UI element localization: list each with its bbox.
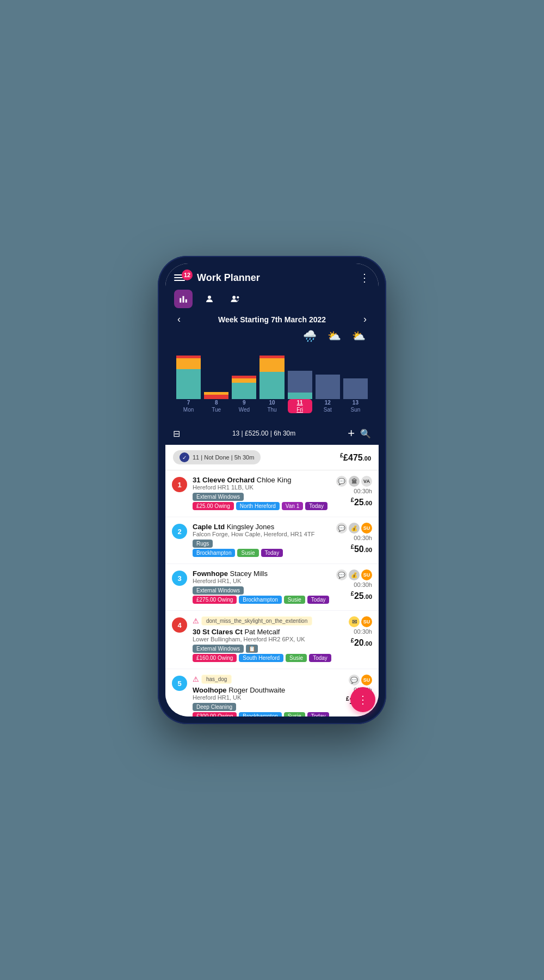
job-name: 30 St Clares Ct Pat Metcalf [193,628,343,636]
job-icons: 💬🏛VA [336,476,372,487]
job-item-4[interactable]: 4 ⚠ dont_miss_the_skylight_on_the_extent… [165,611,379,669]
header-left: 12 Work Planner [174,272,260,284]
job-tag[interactable]: Today [305,502,327,510]
job-number: 3 [172,571,187,586]
job-tag[interactable]: Rugs [193,540,213,548]
bar-group-12[interactable] [316,375,340,399]
job-tag[interactable]: £25.00 Owing [193,502,234,510]
toolbar-stats: 13 | £525.00 | 6h 30m [186,430,342,437]
job-tag[interactable]: Today [309,654,331,662]
svg-rect-2 [186,299,187,303]
bar-group-11[interactable] [288,371,312,399]
job-tag[interactable]: North Hereford [236,502,280,510]
job-tag[interactable]: £275.00 Owing [193,596,237,604]
job-item-2[interactable]: 2 Caple Ltd Kingsley Jones Falcon Forge,… [165,517,379,564]
job-tags: External Windows [193,493,331,501]
bar-group-13[interactable] [343,378,368,399]
more-menu-button[interactable]: ⋮ [359,271,370,284]
job-icons: 💬SU [349,675,372,685]
day-label-7[interactable]: 7Mon [176,399,201,413]
message-icon: 💬 [336,476,347,487]
job-tag[interactable]: Susie [237,549,258,557]
prev-week-button[interactable]: ‹ [174,314,184,325]
job-tag[interactable]: Van 1 [282,502,303,510]
day-label-11[interactable]: 11Fri [288,399,312,413]
job-tag[interactable]: Brockhampton [193,549,235,557]
phone-frame: 12 Work Planner ⋮ ‹ [158,256,386,724]
job-time: 00:30h [354,535,372,541]
job-tags-extra: £300.00 OwingBrockhamptonSusieToday [193,712,341,716]
bar-group-8[interactable] [204,392,228,399]
job-tag[interactable]: Brockhampton [239,712,281,716]
job-item-1[interactable]: 1 31 Cleeve Orchard Chloe King Hereford … [165,470,379,517]
day-label-9[interactable]: 9Wed [232,399,256,413]
job-tag[interactable]: Susie [284,712,305,716]
app-title: Work Planner [197,272,260,284]
summary-text: 11 | Not Done | 5h 30m [193,454,254,461]
job-tags: External Windows 📋 [193,645,343,653]
weather-fri: 🌧️ [303,329,317,342]
tab-person[interactable] [200,290,219,308]
add-job-button[interactable]: + [348,426,355,440]
job-tags: Deep Cleaning [193,703,341,711]
phone-screen: 12 Work Planner ⋮ ‹ [165,264,379,716]
weather-sun: ⛅ [352,329,366,342]
job-address: Hereford HR1, UK [193,578,331,584]
job-customer: Roger Douthwaite [228,686,285,694]
svg-rect-1 [183,296,184,303]
svg-rect-0 [180,298,181,303]
job-content: ⚠ has_dog Woolhope Roger Douthwaite Here… [193,675,341,716]
job-tag[interactable]: Today [307,712,330,716]
job-tags: Rugs [193,540,331,548]
bar-group-7[interactable] [176,356,201,399]
job-tag[interactable]: £300.00 Owing [193,712,237,716]
toolbar: ⊟ 13 | £525.00 | 6h 30m + 🔍 [165,422,379,445]
menu-button[interactable]: 12 [174,274,193,281]
job-tag[interactable]: External Windows [193,586,244,595]
job-tag[interactable]: Brockhampton [239,596,281,604]
bar-group-9[interactable] [232,376,256,399]
job-tag[interactable]: South Hereford [239,654,283,662]
next-week-button[interactable]: › [360,314,370,325]
day-label-13[interactable]: 13Sun [343,399,368,413]
job-tag[interactable]: Susie [286,654,307,662]
check-icon: ✓ [180,452,189,462]
note-icon: 📋 [246,645,258,653]
job-tag[interactable]: External Windows [193,645,244,653]
day-label-8[interactable]: 8Tue [204,399,228,413]
job-address: Hereford HR1, UK [193,694,341,701]
job-tag[interactable]: Today [261,549,283,557]
job-meta: 💬💰SU 00:30h £50.00 [336,523,372,558]
job-item-5[interactable]: 5 ⚠ has_dog Woolhope Roger Douthwaite He… [165,669,379,716]
job-number: 1 [172,477,187,492]
job-tags-extra: £25.00 OwingNorth HerefordVan 1Today [193,502,331,510]
job-price: £20.00 [351,637,372,648]
job-tags-extra: £160.00 OwingSouth HerefordSusieToday [193,654,343,662]
alert-text: dont_miss_the_skylight_on_the_extention [201,616,312,626]
bar-group-10[interactable] [259,356,284,399]
day-label-12[interactable]: 12Sat [316,399,340,413]
job-icons: ✉SU [349,616,372,627]
job-tag[interactable]: Deep Cleaning [193,703,236,711]
job-name: Woolhope Roger Douthwaite [193,686,341,694]
job-customer: Chloe King [257,476,292,484]
job-address: Hereford HR1 1LB, UK [193,484,331,491]
job-meta: 💬🏛VA 00:30h £25.00 [336,476,372,511]
job-time: 00:30h [354,581,372,588]
job-tag[interactable]: Today [307,596,330,604]
job-time: 00:30h [354,488,372,494]
search-button[interactable]: 🔍 [360,428,371,439]
job-name: Fownhope Stacey Mills [193,569,331,578]
fab-button[interactable]: ⋮ [350,687,375,712]
job-item-3[interactable]: 3 Fownhope Stacey Mills Hereford HR1, UK… [165,564,379,610]
job-tag[interactable]: Susie [284,596,305,604]
job-tag[interactable]: External Windows [193,493,244,501]
day-label-10[interactable]: 10Thu [259,399,284,413]
job-tag[interactable]: £160.00 Owing [193,654,237,662]
message-icon: 💬 [349,675,360,685]
job-alert: ⚠ has_dog [193,675,341,684]
tab-chart[interactable] [174,290,193,308]
filter-icon[interactable]: ⊟ [173,428,180,439]
tab-group[interactable] [226,290,245,308]
coin-icon: 💰 [349,569,360,580]
